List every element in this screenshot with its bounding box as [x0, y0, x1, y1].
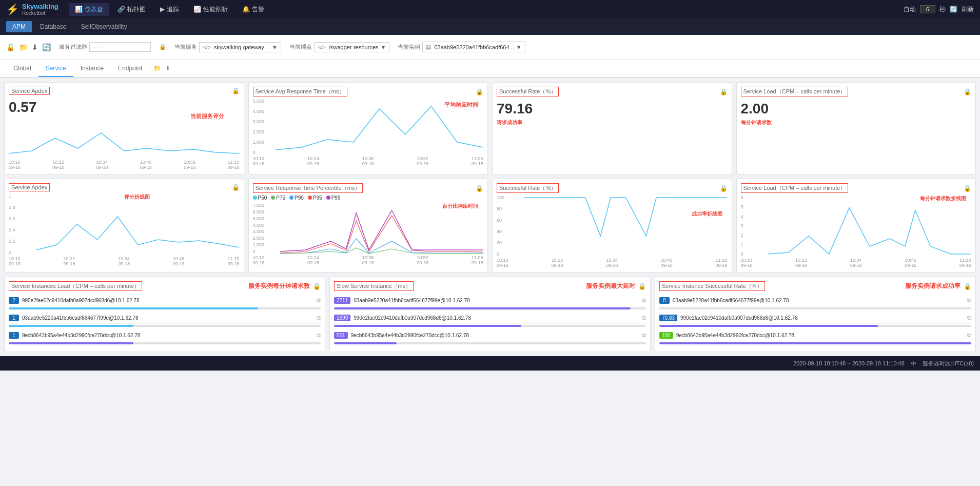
tab-folder-icon[interactable]: 📁	[153, 65, 161, 72]
current-service-select[interactable]: </> skywalking-gateway ▼	[199, 42, 281, 52]
refresh-icon[interactable]: 🔄	[950, 6, 957, 13]
logo: ⚡ Skywalking Rocketbot	[6, 3, 58, 16]
slow-copy-0[interactable]: ⧉	[642, 297, 646, 304]
refresh-seconds-input[interactable]	[920, 5, 935, 13]
second-nav-database[interactable]: Database	[34, 21, 72, 32]
second-nav-apm[interactable]: APM	[6, 21, 32, 32]
service-filter-input[interactable]: ────	[89, 42, 151, 52]
instance-bar-row-2	[9, 341, 321, 347]
success-bar-fill-1	[659, 325, 878, 327]
tab-download-icon[interactable]: ⬇	[165, 65, 170, 72]
instance-badge-1: 1	[9, 315, 19, 321]
refresh-filter-icon[interactable]: 🔄	[42, 43, 51, 51]
percentile-x-axis: 10:1009-1810:2409-1810:3809-1810:5209-18…	[253, 255, 484, 265]
chart-row-2: Service Apdex 🔒 10.80.60.40.20 评分折线图 10:…	[4, 179, 976, 273]
success-rate-line-header: Successful Rate（%） 🔒	[497, 183, 728, 193]
service-lock-icon: 🔒	[159, 44, 166, 50]
lock-filter-icon[interactable]: 🔒	[6, 43, 15, 51]
service-load-annotation: 每分钟请求数	[741, 120, 772, 125]
download-icon[interactable]: ⬇	[32, 43, 38, 51]
slow-name-0: 03aab9e5220a41fbb6cadf664677f99e@10.1.62…	[354, 298, 639, 303]
instance-success-rows: 0 03aab9e5220a41fbb6cadf664677f99e@10.1.…	[659, 295, 971, 347]
seconds-label: 秒	[939, 5, 946, 14]
nav-topology[interactable]: 🔗拓扑图	[111, 3, 152, 16]
success-rate-line-area: 100806040200 成功率折线图	[497, 195, 728, 257]
instance-bar-row-1	[9, 324, 321, 330]
filter-bar: 🔒 📁 ⬇ 🔄 服务过滤器 ──── 🔒 当前服务 </> skywalking…	[0, 35, 980, 60]
apdex-line-y-axis: 10.80.60.40.20	[9, 193, 15, 255]
success-title: Successful Rate（%）	[497, 87, 559, 96]
logo-title: Skywalking	[22, 3, 58, 10]
percentile-annotation: 百分比响应时间	[442, 203, 478, 210]
instance-bar-fill-2	[9, 342, 133, 344]
service-load-lock: 🔒	[964, 88, 971, 95]
tab-service[interactable]: Service	[38, 61, 73, 77]
nav-dashboard[interactable]: 📊仪表盘	[69, 3, 109, 16]
main-content: Service Apdex 🔒 0.57 当前服务评分 10:1009-1810…	[0, 78, 980, 356]
second-nav-selfobs[interactable]: SelfObservability	[74, 21, 133, 32]
success-bar-bg-0	[659, 307, 971, 309]
instance-copy-0[interactable]: ⧉	[317, 297, 321, 304]
folder-icon[interactable]: 📁	[19, 43, 28, 51]
success-bar-bg-2	[659, 342, 971, 344]
success-bar-row-0	[659, 306, 971, 313]
instance-copy-2[interactable]: ⧉	[317, 332, 321, 339]
instance-bar-fill-1	[9, 325, 133, 327]
logo-subtitle: Rocketbot	[22, 10, 58, 16]
service-load-line-annotation: 每分钟请求数折线图	[920, 195, 966, 202]
service-load-card: Service Load（CPM – calls per minute） 🔒 2…	[736, 82, 976, 174]
tab-instance[interactable]: Instance	[73, 61, 111, 77]
success-rate-y-axis: 100806040200	[497, 195, 504, 257]
nav-alert[interactable]: 🔔告警	[236, 3, 270, 16]
tab-icons: 📁 ⬇	[153, 65, 170, 72]
slow-copy-1[interactable]: ⧉	[642, 315, 646, 321]
apdex-annotation: 当前服务评分	[190, 112, 224, 120]
apdex-line-card: Service Apdex 🔒 10.80.60.40.20 评分折线图 10:…	[4, 179, 244, 273]
slow-instance-rows: 2711 03aab9e5220a41fbb6cadf664677f99e@10…	[334, 295, 646, 347]
current-instance-select[interactable]: ▤ 03aab9e5220a41fbb6cadf664... ▼	[422, 42, 525, 52]
percentile-card: Service Response Time Percentile（ms） 🔒 P…	[248, 179, 488, 273]
current-endpoint-select[interactable]: </> /swagger-resources ▼	[314, 42, 389, 52]
refresh-label[interactable]: 刷新	[962, 5, 974, 14]
percentile-svg	[280, 203, 483, 254]
apdex-line-chart-area: 10.80.60.40.20 评分折线图	[9, 193, 240, 255]
instance-success-header: Service Instance Successful Rate（%） 服务实例…	[659, 281, 971, 291]
success-badge-0: 0	[659, 297, 670, 304]
footer-server-tz: 服务器时区:UTC(±8)	[923, 360, 974, 367]
service-load-value: 2.00	[741, 101, 972, 117]
service-load-y-axis: 6543210	[741, 195, 743, 257]
success-name-0: 03aab9e5220a41fbb6cadf664677f99e@10.1.62…	[673, 298, 964, 303]
slow-row-0: 2711 03aab9e5220a41fbb6cadf664677f99e@10…	[334, 295, 646, 306]
instance-success-header-right: 服务实例请求成功率 🔒	[905, 282, 971, 290]
service-load-line-svg	[768, 195, 971, 257]
instance-row-2: 1 9ecb8643b95a4e44b3d2990fce270dcc@10.1.…	[9, 330, 321, 341]
legend-p75: P75	[271, 195, 285, 201]
instance-copy-1[interactable]: ⧉	[317, 315, 321, 321]
service-load-line-header: Service Load（CPM – calls per minute） 🔒	[741, 183, 972, 193]
success-copy-1[interactable]: ⧉	[967, 315, 971, 321]
slow-instance-card: Slow Service Instance（ms） 服务实例最大延时 🔒 271…	[329, 277, 651, 352]
success-copy-2[interactable]: ⧉	[967, 332, 971, 339]
nav-perf[interactable]: 📈性能剖析	[187, 3, 234, 16]
success-rate-line-card: Successful Rate（%） 🔒 100806040200 成功率折线图…	[492, 179, 732, 273]
auto-label: 自动	[904, 5, 916, 14]
tab-global[interactable]: Global	[6, 61, 38, 77]
success-rate-annotation: 成功率折线图	[692, 210, 722, 218]
chart-row-1: Service Apdex 🔒 0.57 当前服务评分 10:1009-1810…	[4, 82, 976, 174]
slow-copy-2[interactable]: ⧉	[642, 332, 646, 339]
nav-trace[interactable]: ▶追踪	[154, 3, 185, 16]
card-header-avg-response: Service Avg Response Time（ms） 🔒	[253, 87, 484, 96]
filter-icons: 🔒 📁 ⬇ 🔄	[6, 43, 51, 51]
success-rate-line-lock: 🔒	[720, 185, 728, 192]
success-lock: 🔒	[720, 88, 728, 95]
instance-row-1: 1 03aab9e5220a41fbb6cadf664677f99e@10.1.…	[9, 313, 321, 324]
instance-load-header: Service Instances Load（CPM – calls per m…	[9, 281, 321, 291]
tab-endpoint[interactable]: Endpoint	[111, 61, 149, 77]
avg-response-card: Service Avg Response Time（ms） 🔒 5,0004,0…	[248, 82, 488, 174]
success-copy-0[interactable]: ⧉	[967, 297, 971, 304]
avg-response-y-axis: 5,0004,0003,0002,0001,0000	[253, 99, 267, 155]
service-load-title: Service Load（CPM – calls per minute）	[741, 87, 849, 96]
instance-load-annotation: 服务实例每分钟请求数	[248, 282, 310, 290]
instance-success-lock: 🔒	[964, 283, 971, 290]
instance-name-0: 990e2fae02c9410dafb0a907dcd968d6@10.1.62…	[22, 298, 313, 303]
